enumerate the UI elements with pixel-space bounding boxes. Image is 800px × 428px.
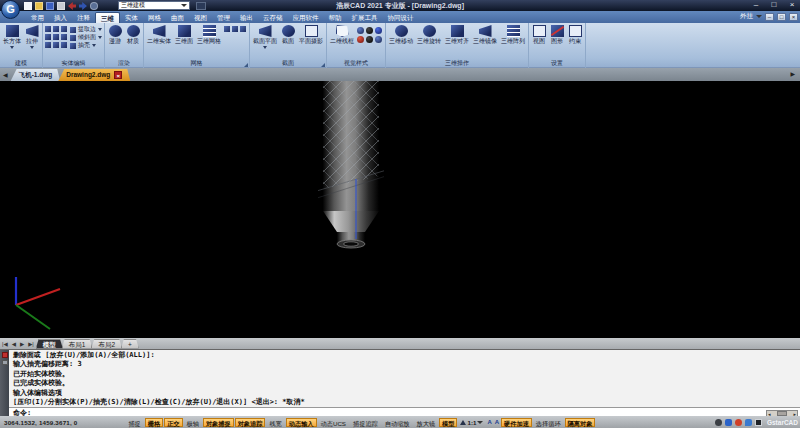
- close-button[interactable]: ×: [787, 0, 797, 10]
- view-button[interactable]: 视图: [531, 24, 547, 45]
- toggle-snap-tracking[interactable]: 捕捉追踪: [350, 418, 381, 427]
- doc-tabs-scroll-left[interactable]: ◀: [0, 69, 11, 81]
- section-plane-button[interactable]: 截面平面: [252, 24, 278, 49]
- union-icon[interactable]: [45, 26, 51, 32]
- drawing-viewport[interactable]: [0, 81, 800, 338]
- toggle-selection-cycling[interactable]: 选择循环: [533, 418, 564, 427]
- tab-view[interactable]: 视图: [189, 12, 212, 23]
- 3d-align-button[interactable]: 三维对齐: [444, 24, 470, 45]
- tab-surface[interactable]: 曲面: [166, 12, 189, 23]
- tab-home[interactable]: 常用: [26, 12, 49, 23]
- maximize-button[interactable]: □: [769, 0, 779, 10]
- toggle-autoscale[interactable]: 自动缩放: [382, 418, 413, 427]
- toggle-dynamic-input[interactable]: 动态输入: [286, 418, 317, 427]
- visual-style-xray-icon[interactable]: [375, 36, 382, 43]
- doc-minimize-button[interactable]: –: [765, 13, 774, 21]
- layout-nav-next-icon[interactable]: ▶: [18, 341, 26, 347]
- toggle-snap[interactable]: 捕捉: [125, 418, 143, 427]
- tab-cloud[interactable]: 云存储: [258, 12, 288, 23]
- toggle-hardware-acceleration[interactable]: 硬件加速: [501, 418, 532, 427]
- layout-tab-layout1[interactable]: 布局1: [62, 339, 93, 349]
- 3d-mesh-button[interactable]: 三维网格: [196, 24, 222, 45]
- visual-style-shaded-icon[interactable]: [375, 27, 382, 34]
- 2d-solid-button[interactable]: 二维实体: [146, 24, 172, 45]
- graphics-button[interactable]: 图形: [549, 24, 565, 45]
- edge-mesh-icon[interactable]: [232, 26, 238, 32]
- intersect-icon[interactable]: [61, 26, 67, 32]
- move-face-icon[interactable]: [45, 42, 51, 48]
- toggle-dynamic-ucs[interactable]: 动态UCS: [318, 418, 349, 427]
- doc-tab-feiji[interactable]: 飞机-1.dwg: [11, 69, 61, 81]
- tab-apps[interactable]: 应用软件: [288, 12, 324, 23]
- tab-3d[interactable]: 三维: [95, 12, 120, 23]
- chamfer-edge-icon[interactable]: [53, 34, 59, 40]
- toggle-magnifier[interactable]: 放大镜: [414, 418, 439, 427]
- panel-launcher-icon[interactable]: [321, 63, 325, 67]
- visual-style-realistic-icon[interactable]: [357, 36, 364, 43]
- doc-tab-drawing2[interactable]: Drawing2.dwg ×: [58, 69, 130, 81]
- 3d-array-button[interactable]: 三维阵列: [500, 24, 526, 45]
- walk-button[interactable]: 漫游: [107, 24, 123, 45]
- toggle-polar[interactable]: 极轴: [184, 418, 202, 427]
- tab-help[interactable]: 帮助: [324, 12, 347, 23]
- command-close-icon[interactable]: [2, 352, 8, 358]
- annotation-scale-control[interactable]: 1:1: [460, 419, 483, 426]
- doc-restore-button[interactable]: □: [777, 13, 786, 21]
- toggle-isolate-objects[interactable]: 隔离对象: [565, 418, 596, 427]
- minimize-button[interactable]: –: [751, 0, 761, 10]
- extract-edges-button[interactable]: 提取边: [70, 26, 102, 33]
- doc-tabs-scroll-right[interactable]: ▶: [787, 68, 798, 80]
- shell-button[interactable]: 抽壳: [70, 42, 102, 49]
- delete-face-icon[interactable]: [61, 42, 67, 48]
- panel-launcher-icon[interactable]: [244, 63, 248, 67]
- revolved-mesh-icon[interactable]: [224, 26, 230, 32]
- layout-nav-prev-icon[interactable]: ◀: [10, 341, 18, 347]
- tab-collaboration[interactable]: 协同设计: [383, 12, 419, 23]
- annotation-visibility-icon[interactable]: A: [486, 419, 492, 425]
- annotation-autoscale-icon[interactable]: A: [494, 419, 500, 425]
- visual-style-sketchy-icon[interactable]: [366, 36, 373, 43]
- constraint-button[interactable]: 约束: [567, 24, 583, 45]
- fullscreen-icon[interactable]: [755, 419, 762, 426]
- fillet-edge-icon[interactable]: [45, 34, 51, 40]
- layout-tab-add[interactable]: +: [121, 339, 139, 349]
- box-button[interactable]: 长方体: [2, 24, 22, 49]
- tab-express-tools[interactable]: 扩展工具: [347, 12, 383, 23]
- materials-button[interactable]: 材质: [125, 24, 141, 45]
- 2d-wireframe-button[interactable]: 二维线框: [329, 24, 355, 45]
- 3d-mirror-button[interactable]: 三维镜像: [472, 24, 498, 45]
- tab-insert[interactable]: 插入: [49, 12, 72, 23]
- tab-annotate[interactable]: 注释: [72, 12, 95, 23]
- doc-close-button[interactable]: ×: [789, 13, 798, 21]
- ruled-mesh-icon[interactable]: [240, 26, 246, 32]
- tab-output[interactable]: 输出: [235, 12, 258, 23]
- command-history[interactable]: 删除面或 [放弃(U)/添加(A)/全部(ALL)]: 输入抽壳偏移距离: 3 …: [9, 350, 800, 407]
- 3d-rotate-button[interactable]: 三维旋转: [416, 24, 442, 45]
- plugin-menu[interactable]: 外挂: [740, 12, 753, 21]
- color-face-icon[interactable]: [61, 34, 67, 40]
- layout-nav-last-icon[interactable]: ▶|: [26, 341, 36, 347]
- doc-tab-close-icon[interactable]: ×: [114, 71, 122, 79]
- visual-style-conceptual-icon[interactable]: [366, 27, 373, 34]
- app-logo-button[interactable]: G: [1, 0, 20, 19]
- 3d-cylinder-model[interactable]: [318, 81, 384, 253]
- 3d-move-button[interactable]: 三维移动: [388, 24, 414, 45]
- toggle-grid[interactable]: 栅格: [145, 418, 163, 427]
- flatshot-button[interactable]: 平面摄影: [298, 24, 324, 45]
- gear-icon[interactable]: [715, 419, 722, 426]
- toggle-lineweight[interactable]: 线宽: [266, 418, 284, 427]
- lock-icon[interactable]: [725, 419, 732, 426]
- pin-icon[interactable]: [735, 419, 742, 426]
- offset-face-icon[interactable]: [53, 42, 59, 48]
- toggle-otrack[interactable]: 对象追踪: [235, 418, 266, 427]
- extrude-button[interactable]: 拉伸: [24, 24, 40, 49]
- tab-manage[interactable]: 管理: [212, 12, 235, 23]
- command-pin-icon[interactable]: [2, 360, 8, 365]
- tab-solid[interactable]: 实体: [120, 12, 143, 23]
- taper-face-button[interactable]: 倾斜面: [70, 34, 102, 41]
- chat-icon[interactable]: [745, 419, 752, 426]
- 3d-face-button[interactable]: 三维面: [174, 24, 194, 45]
- toggle-osnap[interactable]: 对象捕捉: [203, 418, 234, 427]
- toggle-model-space[interactable]: 模型: [439, 418, 457, 427]
- subtract-icon[interactable]: [53, 26, 59, 32]
